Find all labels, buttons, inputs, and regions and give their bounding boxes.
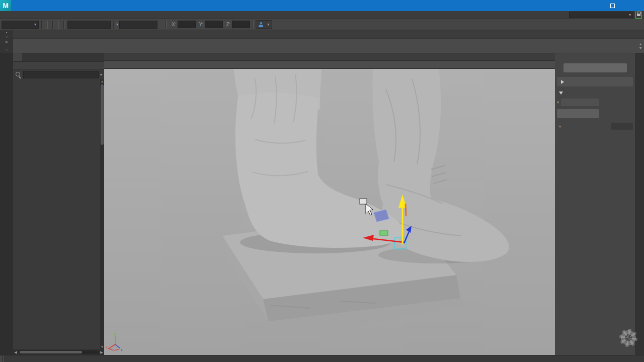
help-line [0,355,644,362]
step-snap-dropdown-icon[interactable]: ▾ [559,124,561,129]
shelf-options-icon[interactable]: ≡○ [0,39,13,53]
user-account-button[interactable]: ▾ [256,20,272,29]
x-coord-input[interactable] [178,21,196,28]
menu-bar: ▾ [0,11,644,19]
search-icon [15,71,22,78]
tab-tool-settings[interactable] [22,53,31,61]
workspace-lock-icon[interactable] [635,12,642,19]
tool-box [0,53,13,355]
shelf-tab-bar: ▪○ [0,30,644,39]
maximize-button[interactable] [602,0,623,11]
perspective-viewport: y x z [104,53,555,355]
outliner-panel: ▾ ▲▼ ◀▶ [13,53,104,355]
z-coord-input[interactable] [232,21,250,28]
outliner-horizontal-scrollbar[interactable]: ◀▶ [13,349,104,355]
workspace-dropdown[interactable]: ▾ [569,12,633,18]
status-line: ▾ ▾ X: Y: Z: ▾ [0,19,644,30]
live-surface-field[interactable] [67,21,111,29]
outliner-search-input[interactable] [23,71,99,78]
z-coord-label: Z: [226,22,230,27]
multi-component-button[interactable] [564,63,627,72]
outliner-tree [13,79,100,349]
svg-text:x: x [106,345,108,349]
expanded-arrow-icon [559,92,563,95]
collapsed-arrow-icon [561,80,564,84]
maya-application: M ▾ ▾ ▾ [0,0,644,362]
workspace-selector: ▾ [567,12,644,19]
step-snap-field[interactable] [611,123,633,130]
svg-text:y: y [114,332,116,336]
maximize-icon [610,4,615,8]
axis-orientation-dropdown-icon[interactable]: ▾ [557,100,559,105]
section-move-settings[interactable] [557,88,633,97]
svg-text:z: z [121,348,123,351]
viewport-toolbar [104,61,555,69]
minimize-button[interactable] [581,0,602,11]
axis-gizmo: y x z [106,332,123,351]
user-icon [259,22,263,27]
shelf-scroll-arrows[interactable]: ▲▼ [637,42,644,50]
maya-logo-icon: M [0,0,11,11]
y-coord-label: Y: [199,22,203,27]
viewport-canvas[interactable]: y x z [104,69,555,355]
search-filter-dropdown-icon[interactable]: ▾ [100,72,102,77]
modeling-toolkit-panel: ▾ ▾ [555,53,635,355]
soft-selection-section[interactable] [557,77,633,86]
right-sidebar-tabs [635,53,644,355]
outliner-vertical-scrollbar[interactable]: ▲▼ [100,79,104,349]
title-bar: M [0,0,644,11]
menu-set-dropdown[interactable]: ▾ [2,21,39,29]
tab-outliner[interactable] [13,53,22,61]
edit-pivot-button[interactable] [557,109,599,118]
axis-orientation-field[interactable] [561,99,599,106]
shelf-menu-icon[interactable]: ▪○ [0,30,13,38]
symmetry-field[interactable] [119,21,157,29]
shelf: ≡○ ▲▼ [0,39,644,53]
x-coord-label: X: [172,22,176,27]
close-button[interactable] [623,0,644,11]
help-line-grip [0,355,4,362]
y-coord-input[interactable] [205,21,223,28]
